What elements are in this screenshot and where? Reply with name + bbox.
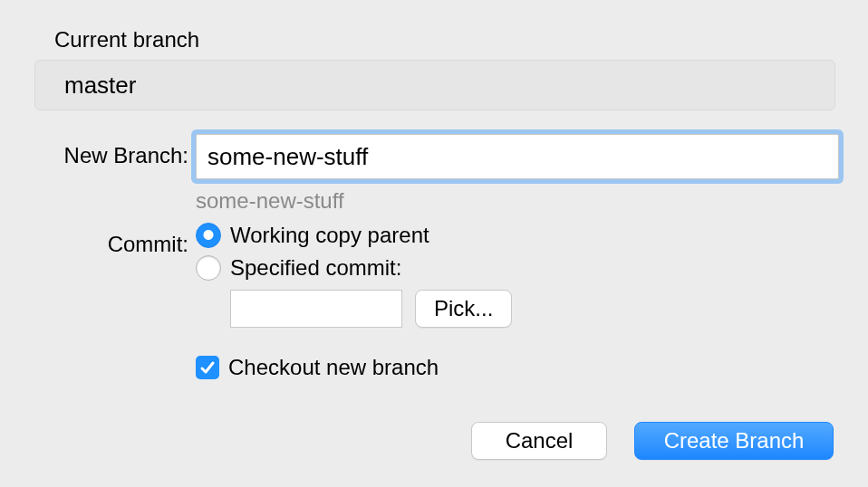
radio-working-copy-label: Working copy parent: [230, 223, 429, 248]
radio-off-icon: [196, 255, 221, 281]
checkbox-checked-icon: [196, 356, 219, 379]
new-branch-hint: some-new-stuff: [196, 188, 848, 214]
radio-specified-commit[interactable]: Specified commit:: [196, 255, 848, 281]
dialog-button-row: Cancel Create Branch: [471, 422, 834, 460]
current-branch-label: Current branch: [54, 27, 834, 53]
checkout-new-branch-label: Checkout new branch: [228, 355, 439, 380]
create-branch-button[interactable]: Create Branch: [634, 422, 834, 460]
specified-commit-input[interactable]: [230, 290, 402, 328]
checkout-new-branch-checkbox[interactable]: Checkout new branch: [196, 355, 848, 380]
radio-on-icon: [196, 223, 221, 248]
commit-label: Commit:: [34, 223, 188, 257]
cancel-button[interactable]: Cancel: [471, 422, 607, 460]
pick-button[interactable]: Pick...: [415, 290, 512, 328]
radio-working-copy[interactable]: Working copy parent: [196, 223, 848, 248]
radio-specified-commit-label: Specified commit:: [230, 255, 401, 281]
current-branch-value: master: [34, 60, 835, 110]
create-branch-dialog: Current branch master New Branch: some-n…: [0, 0, 868, 487]
new-branch-input[interactable]: [196, 134, 839, 179]
new-branch-label: New Branch:: [34, 134, 188, 168]
